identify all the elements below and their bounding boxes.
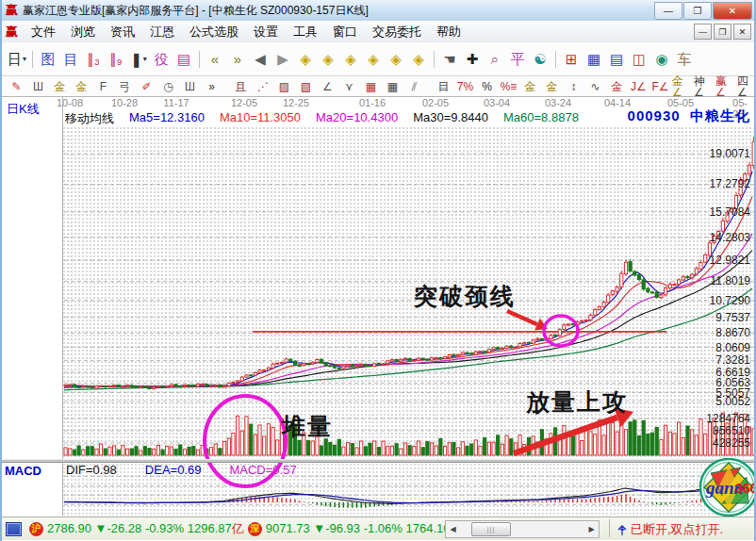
info-note-icon[interactable]: 目 — [59, 49, 82, 70]
scroll-right-icon[interactable]: ▶ — [584, 522, 599, 536]
mdi-close-button[interactable]: ✕ — [733, 24, 751, 40]
angle-icon[interactable]: ∠ — [317, 78, 338, 95]
shenzhen-badge-icon[interactable]: 深 — [248, 522, 262, 536]
mini-bars-3-icon[interactable]: ∥₃ — [82, 49, 105, 70]
spiral-icon[interactable]: 弓 — [114, 78, 136, 95]
first-page-icon[interactable]: « — [204, 49, 226, 70]
diamond-collapse-icon[interactable]: ◈ — [362, 49, 385, 70]
pencil-icon[interactable]: ✎ — [6, 78, 27, 95]
dark-grid-icon[interactable]: ▦ — [382, 78, 403, 95]
angle-j-icon[interactable]: J∠ — [628, 78, 649, 95]
volume-tick: 1284764 — [706, 412, 750, 425]
percent7-icon[interactable]: 7% — [454, 78, 476, 95]
pane-splitter[interactable] — [2, 459, 754, 463]
fan-lines-icon[interactable]: ⋰ — [252, 78, 273, 95]
mind-icon[interactable]: ☯ — [529, 49, 551, 70]
quote-table-icon[interactable] — [6, 522, 22, 536]
updown-icon[interactable]: ↕ — [563, 78, 584, 95]
toolbar-gann-tools: ✎Ш金金F弓✐◷Ш»且⋰▨▧∠⋎▦▦⫽目7%%%≡金金↕∿金J∠F∠金∠神∠赢∠… — [2, 76, 754, 97]
x-axis-date: 03-24 — [545, 97, 571, 108]
shanghai-badge-icon[interactable]: 沪 — [29, 522, 43, 536]
menu-item-3[interactable]: 江恩 — [142, 22, 182, 42]
pattern-icon[interactable]: 图 — [37, 49, 59, 70]
mdi-restore-button[interactable]: ❐ — [714, 24, 731, 40]
last-page-icon[interactable]: » — [226, 49, 249, 70]
shenzhen-index-quote: 9071.73 ▼-96.93 -1.06% 1764.10亿 — [266, 520, 463, 537]
gann-flower-icon[interactable]: 平 — [506, 49, 529, 70]
ruler2-icon[interactable]: Ш — [179, 78, 201, 95]
period-day-button[interactable]: 日▾ — [6, 49, 28, 70]
price-tick: 8.0609 — [715, 341, 750, 354]
menu-item-6[interactable]: 工具 — [286, 22, 325, 42]
red-grid-icon[interactable]: ▦ — [360, 78, 382, 95]
menu-item-5[interactable]: 设置 — [246, 22, 286, 42]
trade-icon[interactable]: 车 — [673, 49, 696, 70]
slash-lines-icon[interactable]: ⫽ — [403, 78, 425, 95]
crosshair-icon[interactable]: ✚ — [461, 49, 484, 70]
calendar-icon[interactable]: ⊞ — [560, 49, 583, 70]
pillar-icon[interactable]: 且 — [230, 78, 252, 95]
zigzag-icon[interactable]: ⋎ — [338, 78, 360, 95]
brush-icon[interactable]: ✐ — [136, 78, 157, 95]
clock-icon[interactable]: ◷ — [157, 78, 179, 95]
diamond-expand-icon[interactable]: ◈ — [339, 49, 362, 70]
angle-shen-icon[interactable]: 神∠ — [693, 78, 715, 95]
close-button[interactable]: ✕ — [713, 2, 752, 20]
gold-underline-icon[interactable]: 金 — [606, 78, 628, 95]
diamond-left-icon[interactable]: ◈ — [294, 49, 317, 70]
diamond-up-icon[interactable]: ◈ — [385, 49, 407, 70]
x-axis-date: 10-28 — [111, 97, 138, 108]
angle-win-icon[interactable]: 赢∠ — [715, 78, 736, 95]
gold-circle-icon[interactable]: 金 — [519, 78, 541, 95]
shanghai-index-quote: 2786.90 ▼-26.28 -0.93% 1296.87亿 — [47, 520, 244, 537]
notepad-icon[interactable]: ▤ — [605, 49, 628, 70]
mini-bars-9-icon[interactable]: ∥₉ — [105, 49, 127, 70]
volume-tick: 856510 — [713, 424, 750, 437]
gann-box-icon[interactable]: ▨ — [273, 78, 295, 95]
wave-icon[interactable]: ∿ — [584, 78, 606, 95]
calculator-icon[interactable]: ▦ — [583, 49, 605, 70]
formula-icon[interactable]: 役 — [150, 49, 173, 70]
macd-legend-item: DEA=0.69 — [145, 463, 202, 477]
grid-ruler-icon[interactable]: Ш — [27, 78, 49, 95]
web-icon[interactable]: ◉ — [650, 49, 673, 70]
angle-four-icon[interactable]: 四∠ — [736, 78, 756, 95]
save-icon[interactable]: ◫ — [628, 49, 650, 70]
menu-item-7[interactable]: 窗口 — [325, 22, 365, 42]
gold-grid-1-icon[interactable]: 金 — [49, 78, 71, 95]
mdi-minimize-button[interactable]: — — [694, 24, 712, 40]
percent-lines-icon[interactable]: %≡ — [498, 78, 519, 95]
menu-item-8[interactable]: 交易委托 — [365, 22, 429, 42]
menu-item-9[interactable]: 帮助 — [429, 22, 468, 42]
toolbar-separator — [434, 51, 435, 68]
minimize-button[interactable]: — — [654, 2, 682, 20]
scrollbar-thumb[interactable]: ||| — [471, 522, 511, 536]
connection-status[interactable]: 已断开,双点打开. — [631, 521, 723, 538]
diamond-down-icon[interactable]: ◈ — [407, 49, 430, 70]
indicator-list-icon[interactable]: 目 — [433, 78, 454, 95]
angle-f-icon[interactable]: F∠ — [649, 78, 671, 95]
menu-item-2[interactable]: 资讯 — [103, 22, 142, 42]
angle-gold-icon[interactable]: 金∠ — [671, 78, 693, 95]
price-tick: 9.7537 — [715, 311, 750, 324]
gann-square-icon[interactable]: ▧ — [295, 78, 317, 95]
gold-lines-icon[interactable]: 金 — [541, 78, 563, 95]
maximize-button[interactable]: ❐ — [683, 2, 712, 20]
menu-item-0[interactable]: 文件 — [24, 22, 63, 42]
hand-tool-icon[interactable]: ☚ — [438, 49, 461, 70]
prev-icon[interactable]: ◀ — [249, 49, 271, 70]
f-grid-icon[interactable]: F — [92, 78, 114, 95]
color-chart-icon[interactable]: ▤ — [173, 49, 195, 70]
percent-icon[interactable]: % — [476, 78, 498, 95]
next-icon[interactable]: ▶ — [271, 49, 294, 70]
macd-legend-item: DIF=0.98 — [66, 463, 117, 477]
horizontal-scrollbar[interactable]: ◀ ||| ▶ — [445, 520, 600, 538]
scroll-left-icon[interactable]: ◀ — [446, 522, 460, 536]
diamond-right-icon[interactable]: ◈ — [317, 49, 339, 70]
gold-grid-2-icon[interactable]: 金 — [71, 78, 92, 95]
menu-item-4[interactable]: 公式选股 — [182, 22, 246, 42]
more-chevron-icon[interactable]: » — [201, 78, 222, 95]
magnifier-icon[interactable]: ⌕ — [484, 49, 506, 70]
menu-item-1[interactable]: 浏览 — [63, 22, 103, 42]
candle-style-button[interactable]: ❚▾ — [127, 49, 150, 70]
